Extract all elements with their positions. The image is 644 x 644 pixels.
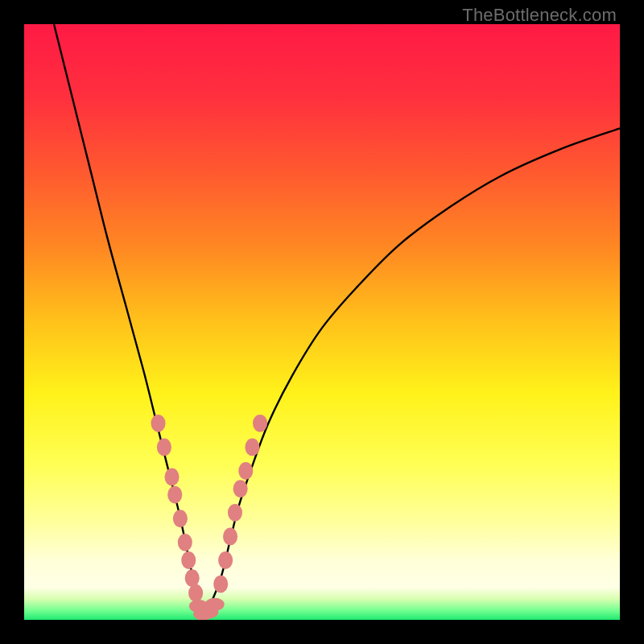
marker-dot (218, 551, 233, 569)
marker-dot (167, 486, 182, 504)
marker-dot (233, 480, 248, 497)
plot-area (24, 24, 620, 620)
marker-dot (157, 438, 171, 456)
bottleneck-curve (54, 24, 620, 617)
marker-dot (173, 510, 188, 527)
marker-dot (205, 598, 225, 611)
marker-dot (238, 462, 253, 480)
chart-frame: TheBottleneck.com (0, 0, 644, 644)
marker-dot (213, 576, 228, 593)
marker-dot (185, 569, 200, 587)
marker-dot (178, 534, 192, 551)
marker-dot (164, 468, 179, 485)
marker-dot (253, 415, 267, 432)
curve-markers (151, 415, 267, 620)
marker-dot (151, 415, 165, 432)
chart-overlay (24, 24, 620, 620)
marker-dot (188, 584, 203, 602)
marker-dot (223, 527, 237, 545)
marker-dot (228, 504, 242, 522)
marker-dot (181, 551, 196, 569)
marker-dot (245, 438, 259, 456)
watermark-text: TheBottleneck.com (462, 5, 617, 26)
